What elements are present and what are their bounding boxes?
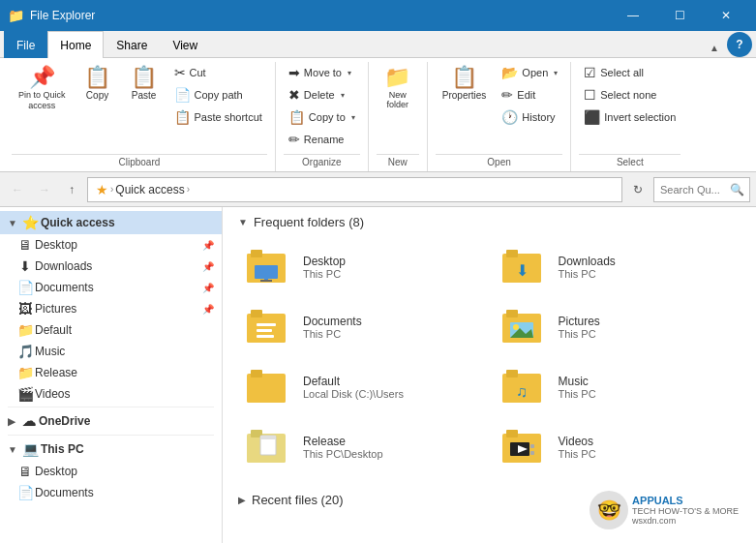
tab-share[interactable]: Share [104,31,160,58]
onedrive-icon: ☁ [19,413,39,429]
copy-button[interactable]: 📋 Copy [76,62,119,106]
sidebar-divider-1 [8,407,214,407]
sidebar-item-pictures[interactable]: 🖼 Pictures 📌 [0,298,222,319]
breadcrumb-item-quick-access[interactable]: Quick access [115,183,184,196]
move-to-button[interactable]: ➡ Move to [284,62,360,83]
delete-button[interactable]: ✖ Delete [284,84,360,106]
help-button[interactable]: ? [727,32,752,57]
folder-item-default[interactable]: Default Local Disk (C:)\Users [238,361,486,413]
refresh-button[interactable]: ↻ [626,178,650,201]
sidebar-item-videos[interactable]: 🎬 Videos [0,383,222,405]
minimize-button[interactable]: — [611,0,655,31]
select-none-button[interactable]: ☐ Select none [579,84,680,106]
recent-files-header[interactable]: ▶ Recent files (20) [238,493,741,507]
invert-selection-label: Invert selection [604,111,676,123]
folder-item-release[interactable]: Release This PC\Desktop [238,421,486,473]
folder-item-videos[interactable]: Videos This PC [494,421,741,473]
select-none-label: Select none [600,89,656,101]
folder-name-pictures: Pictures [559,315,600,328]
copy-label: Copy [86,90,108,101]
folder-icon-downloads: ⬇ [502,248,549,287]
desktop-pin-icon: 📌 [202,240,214,251]
paste-shortcut-button[interactable]: 📋 Paste shortcut [169,106,267,128]
folder-path-documents: This PC [303,328,362,340]
default-folder-icon: 📁 [15,322,35,338]
pictures-icon: 🖼 [15,301,35,317]
sidebar-item-music[interactable]: 🎵 Music [0,341,222,362]
search-input[interactable] [653,177,750,202]
rename-button[interactable]: ✏ Rename [284,129,360,150]
address-input[interactable]: ★ › Quick access › [87,177,622,202]
close-button[interactable]: ✕ [704,0,748,31]
select-all-button[interactable]: ☑ Select all [579,62,680,83]
move-icon: ➡ [288,65,300,80]
sidebar: ▼ ⭐ Quick access 🖥 Desktop 📌 ⬇ Downloads… [0,207,223,543]
edit-button[interactable]: ✏ Edit [497,84,562,106]
sidebar-item-this-pc-desktop[interactable]: 🖥 Desktop [0,461,222,482]
svg-rect-15 [257,329,272,332]
videos-icon: 🎬 [15,386,35,402]
clipboard-content: 📌 Pin to Quickaccess 📋 Copy 📋 Paste ✂ Cu… [12,62,267,150]
properties-button[interactable]: 📋 Properties [436,62,494,106]
new-folder-button[interactable]: 📁 Newfolder [377,62,419,114]
folder-path-videos: This PC [559,448,596,460]
main-layout: ▼ ⭐ Quick access 🖥 Desktop 📌 ⬇ Downloads… [0,207,756,543]
folder-info-music: Music This PC [559,375,596,400]
copy-path-icon: 📄 [174,87,191,103]
ribbon-group-select: ☑ Select all ☐ Select none ⬛ Invert sele… [571,62,688,171]
search-wrap: 🔍 [653,177,750,202]
folder-info-pictures: Pictures This PC [559,315,600,340]
folder-icon-default [247,368,293,407]
open-icon: 📂 [501,65,518,80]
sidebar-item-default[interactable]: 📁 Default [0,319,222,341]
folder-name-videos: Videos [559,435,596,448]
up-button[interactable]: ↑ [60,178,83,201]
open-button[interactable]: 📂 Open [497,62,562,83]
documents-icon: 📄 [15,280,35,295]
svg-point-21 [513,324,519,330]
sidebar-item-this-pc[interactable]: ▼ 💻 This PC [0,437,222,461]
copy-to-button[interactable]: 📋 Copy to [284,106,360,128]
sidebar-item-downloads[interactable]: ⬇ Downloads 📌 [0,256,222,277]
paste-button[interactable]: 📋 Paste [123,62,166,106]
folder-item-desktop[interactable]: Desktop This PC [238,241,486,293]
ribbon-group-organize: ➡ Move to ✖ Delete 📋 Copy to ✏ Rename Or… [276,62,369,171]
cut-button[interactable]: ✂ Cut [169,62,267,83]
svg-rect-6 [260,280,272,282]
folder-item-documents[interactable]: Documents This PC [238,301,486,353]
frequent-folders-header[interactable]: ▼ Frequent folders (8) [238,215,741,229]
maximize-button[interactable]: ☐ [657,0,702,31]
sidebar-item-onedrive[interactable]: ▶ ☁ OneDrive [0,409,222,433]
tab-home[interactable]: Home [47,31,104,58]
sidebar-item-desktop[interactable]: 🖥 Desktop 📌 [0,234,222,256]
svg-rect-12 [251,310,262,317]
folder-item-music[interactable]: ♫ Music This PC [494,361,741,413]
history-label: History [522,111,555,123]
invert-selection-button[interactable]: ⬛ Invert selection [579,106,680,128]
history-button[interactable]: 🕐 History [497,106,562,128]
desktop-icon: 🖥 [15,237,35,253]
tab-view[interactable]: View [160,31,210,58]
folder-name-downloads: Downloads [559,255,616,268]
sidebar-item-quick-access[interactable]: ▼ ⭐ Quick access [0,211,222,234]
history-icon: 🕐 [501,109,518,125]
ribbon-collapse-button[interactable]: ▲ [704,39,725,57]
tab-file[interactable]: File [4,31,47,58]
sidebar-item-this-pc-documents[interactable]: 📄 Documents [0,482,222,503]
folder-item-downloads[interactable]: ⬇ Downloads This PC [494,241,741,293]
frequent-folders-title: Frequent folders (8) [254,215,364,229]
pin-to-quick-access-button[interactable]: 📌 Pin to Quickaccess [12,62,73,116]
svg-text:♫: ♫ [516,383,528,400]
title-bar-icon: 📁 [8,8,24,23]
copy-path-button[interactable]: 📄 Copy path [169,84,267,106]
sidebar-item-documents[interactable]: 📄 Documents 📌 [0,277,222,298]
pictures-pin-icon: 📌 [202,304,214,315]
sidebar-this-pc-desktop-label: Desktop [35,465,214,478]
onedrive-expand-arrow: ▶ [8,416,15,427]
folder-info-release: Release This PC\Desktop [303,435,383,460]
sidebar-item-release[interactable]: 📁 Release [0,362,222,383]
cut-icon: ✂ [174,65,186,80]
folder-item-pictures[interactable]: Pictures This PC [494,301,741,353]
paste-shortcut-label: Paste shortcut [195,111,262,123]
downloads-icon: ⬇ [15,258,35,274]
